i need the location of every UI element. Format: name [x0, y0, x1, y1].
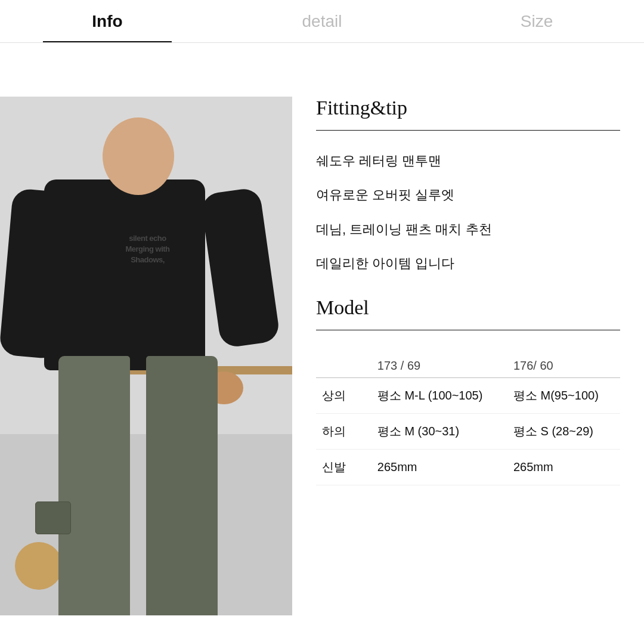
col-header-2: 176/ 60 — [507, 349, 620, 378]
shirt-line3: Shadows, — [76, 255, 219, 265]
row-shoes-col1: 265mm — [371, 449, 507, 485]
cargo-pocket-left — [35, 501, 71, 534]
model-header-row: 173 / 69 176/ 60 — [316, 349, 620, 378]
tab-info[interactable]: Info — [0, 0, 215, 42]
row-bottom-label: 하의 — [316, 413, 371, 449]
top-navigation: Info detail Size — [0, 0, 644, 43]
row-top-col1: 평소 M-L (100~105) — [371, 377, 507, 413]
table-row-bottom: 하의 평소 M (30~31) 평소 S (28~29) — [316, 413, 620, 449]
fitting-item-2: 여유로운 오버핏 실루엣 — [316, 184, 620, 206]
col-header-label — [316, 349, 371, 378]
tab-info-label: Info — [92, 12, 122, 31]
pants-right — [146, 356, 218, 615]
shirt-text: silent echo Merging with Shadows, — [76, 233, 219, 266]
info-panel: Fitting&tip 쉐도우 레터링 맨투맨 여유로운 오버핏 실루엣 데님,… — [292, 97, 644, 644]
torso: silent echo Merging with Shadows, — [44, 179, 205, 370]
product-image-panel: silent echo Merging with Shadows, — [0, 97, 292, 615]
fitting-divider — [316, 130, 620, 131]
row-bottom-col1: 평소 M (30~31) — [371, 413, 507, 449]
row-shoes-label: 신발 — [316, 449, 371, 485]
product-image: silent echo Merging with Shadows, — [0, 97, 292, 615]
row-bottom-col2: 평소 S (28~29) — [507, 413, 620, 449]
tab-size-label: Size — [521, 12, 553, 31]
shirt-line2: Merging with — [76, 244, 219, 255]
shirt-line1: silent echo — [76, 233, 219, 244]
fitting-title: Fitting&tip — [316, 97, 620, 119]
row-top-label: 상의 — [316, 377, 371, 413]
tab-size[interactable]: Size — [429, 0, 644, 42]
fitting-item-4: 데일리한 아이템 입니다 — [316, 252, 620, 274]
row-shoes-col2: 265mm — [507, 449, 620, 485]
model-divider — [316, 330, 620, 330]
col-header-1: 173 / 69 — [371, 349, 507, 378]
head — [103, 117, 174, 195]
row-top-col2: 평소 M(95~100) — [507, 377, 620, 413]
person-figure: silent echo Merging with Shadows, — [0, 97, 292, 615]
stool — [15, 542, 63, 590]
model-title: Model — [316, 296, 620, 319]
pants-left — [58, 356, 130, 615]
tab-detail-label: detail — [302, 12, 342, 31]
fitting-item-1: 쉐도우 레터링 맨투맨 — [316, 150, 620, 172]
table-row-shoes: 신발 265mm 265mm — [316, 449, 620, 485]
fitting-item-3: 데님, 트레이닝 팬츠 매치 추천 — [316, 218, 620, 240]
model-section: Model 173 / 69 176/ 60 상의 평소 M-L (100~10… — [316, 296, 620, 485]
table-row-top: 상의 평소 M-L (100~105) 평소 M(95~100) — [316, 377, 620, 413]
main-content: silent echo Merging with Shadows, Fittin… — [0, 43, 644, 644]
model-table: 173 / 69 176/ 60 상의 평소 M-L (100~105) 평소 … — [316, 349, 620, 485]
tab-detail[interactable]: detail — [215, 0, 429, 42]
